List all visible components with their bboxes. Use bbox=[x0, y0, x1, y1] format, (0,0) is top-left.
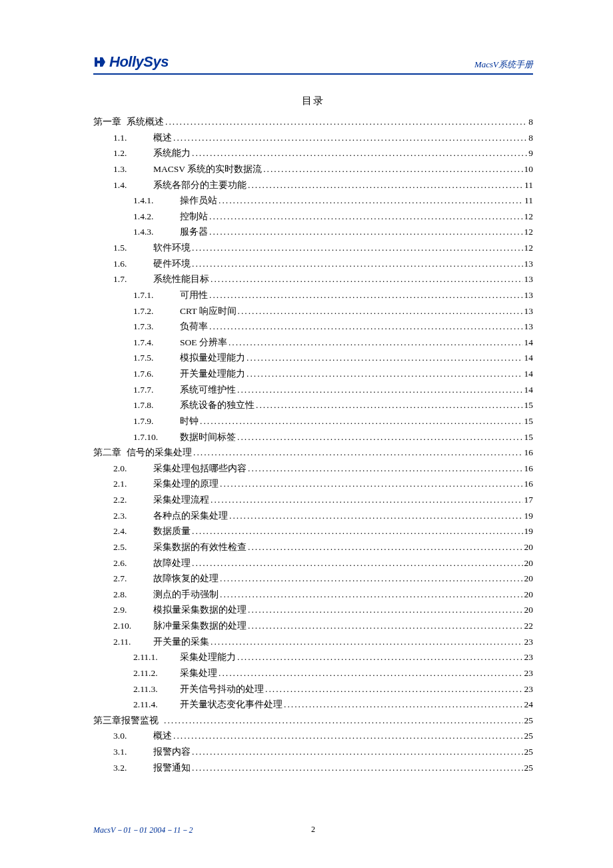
company-logo: HollySys bbox=[93, 53, 169, 71]
toc-entry[interactable]: 1.7.6.开关量处理能力14 bbox=[93, 366, 533, 382]
toc-text: 概述 bbox=[153, 728, 173, 744]
toc-text: 系统各部分的主要功能 bbox=[153, 177, 248, 193]
toc-page-number: 20 bbox=[523, 571, 534, 587]
toc-page-number: 12 bbox=[523, 224, 534, 240]
toc-text: 模拟量采集数据的处理 bbox=[153, 602, 248, 618]
toc-entry[interactable]: 2.11.3.开关信号抖动的处理23 bbox=[93, 681, 533, 697]
toc-entry[interactable]: 2.9.模拟量采集数据的处理20 bbox=[93, 602, 533, 618]
toc-text: 故障恢复的处理 bbox=[153, 571, 220, 587]
toc-text: 采集处理流程 bbox=[153, 492, 211, 508]
toc-entry[interactable]: 1.3.MACSV 系统的实时数据流10 bbox=[93, 161, 533, 177]
toc-entry[interactable]: 2.7.故障恢复的处理20 bbox=[93, 571, 533, 587]
toc-entry[interactable]: 3.0.概述25 bbox=[93, 728, 533, 744]
toc-number: 2.4. bbox=[93, 523, 153, 539]
toc-text: 开关量处理能力 bbox=[180, 366, 247, 382]
toc-entry[interactable]: 2.5.采集数据的有效性检查20 bbox=[93, 539, 533, 555]
toc-entry[interactable]: 3.1.报警内容25 bbox=[93, 744, 533, 760]
toc-number: 1.7.5. bbox=[93, 350, 180, 366]
toc-entry[interactable]: 第三章报警监视25 bbox=[93, 713, 533, 729]
toc-entry[interactable]: 1.1.概述8 bbox=[93, 130, 533, 146]
toc-entry[interactable]: 1.7.7.系统可维护性14 bbox=[93, 382, 533, 398]
toc-number: 1.4.2. bbox=[93, 209, 180, 225]
toc-entry[interactable]: 1.7.9.时钟15 bbox=[93, 413, 533, 429]
toc-page-number: 25 bbox=[523, 760, 534, 776]
toc-entry[interactable]: 1.7.3.负荷率13 bbox=[93, 319, 533, 335]
toc-text: 服务器 bbox=[180, 224, 209, 240]
toc-leader-dots bbox=[220, 476, 523, 492]
toc-entry[interactable]: 1.4.1.操作员站11 bbox=[93, 193, 533, 209]
toc-entry[interactable]: 2.11.1.采集处理能力23 bbox=[93, 649, 533, 665]
toc-entry[interactable]: 2.0.采集处理包括哪些内容16 bbox=[93, 461, 533, 477]
toc-leader-dots bbox=[211, 492, 523, 508]
toc-leader-dots bbox=[209, 224, 523, 240]
toc-leader-dots bbox=[256, 397, 523, 413]
toc-entry[interactable]: 2.6.故障处理20 bbox=[93, 555, 533, 571]
toc-page-number: 14 bbox=[523, 335, 534, 351]
toc-page-number: 8 bbox=[527, 130, 533, 146]
toc-leader-dots bbox=[247, 350, 523, 366]
toc-number: 1.2. bbox=[93, 145, 153, 161]
toc-text: SOE 分辨率 bbox=[180, 335, 229, 351]
toc-leader-dots bbox=[173, 130, 527, 146]
toc-page-number: 15 bbox=[523, 397, 534, 413]
toc-leader-dots bbox=[192, 555, 523, 571]
toc-entry[interactable]: 1.7.10.数据时间标签15 bbox=[93, 429, 533, 445]
toc-number: 第一章 bbox=[93, 114, 127, 130]
toc-entry[interactable]: 1.7.系统性能目标13 bbox=[93, 271, 533, 287]
toc-number: 1.7.8. bbox=[93, 397, 180, 413]
toc-entry[interactable]: 2.11.4.开关量状态变化事件处理24 bbox=[93, 697, 533, 713]
toc-number: 2.9. bbox=[93, 602, 153, 618]
toc-entry[interactable]: 1.4.2.控制站12 bbox=[93, 209, 533, 225]
toc-entry[interactable]: 2.11.开关量的采集23 bbox=[93, 634, 533, 650]
toc-page-number: 23 bbox=[523, 634, 534, 650]
toc-number: 2.11. bbox=[93, 634, 153, 650]
toc-entry[interactable]: 1.2.系统能力9 bbox=[93, 145, 533, 161]
toc-leader-dots bbox=[248, 539, 523, 555]
logo-icon bbox=[93, 56, 107, 68]
toc-number: 第二章 bbox=[93, 445, 127, 461]
toc-leader-dots bbox=[247, 366, 523, 382]
toc-leader-dots bbox=[193, 445, 523, 461]
toc-number: 1.7.7. bbox=[93, 382, 180, 398]
toc-entry[interactable]: 2.2.采集处理流程17 bbox=[93, 492, 533, 508]
toc-page-number: 13 bbox=[523, 319, 534, 335]
toc-entry[interactable]: 1.7.4.SOE 分辨率14 bbox=[93, 335, 533, 351]
toc-page-number: 9 bbox=[527, 145, 533, 161]
toc-entry[interactable]: 2.3.各种点的采集处理19 bbox=[93, 508, 533, 524]
toc-number: 1.7.1. bbox=[93, 287, 180, 303]
toc-number: 1.7.3. bbox=[93, 319, 180, 335]
toc-leader-dots bbox=[220, 571, 523, 587]
toc-number: 1.7.4. bbox=[93, 335, 180, 351]
toc-entry[interactable]: 2.11.2.采集处理23 bbox=[93, 665, 533, 681]
toc-entry[interactable]: 1.7.8.系统设备的独立性15 bbox=[93, 397, 533, 413]
toc-entry[interactable]: 1.7.5.模拟量处理能力14 bbox=[93, 350, 533, 366]
toc-leader-dots bbox=[284, 697, 523, 713]
toc-entry[interactable]: 1.4.3.服务器12 bbox=[93, 224, 533, 240]
toc-entry[interactable]: 第二章信号的采集处理16 bbox=[93, 445, 533, 461]
toc-leader-dots bbox=[263, 161, 522, 177]
toc-entry[interactable]: 2.4.数据质量19 bbox=[93, 523, 533, 539]
toc-entry[interactable]: 1.7.1.可用性13 bbox=[93, 287, 533, 303]
toc-leader-dots bbox=[192, 523, 523, 539]
toc-text: 信号的采集处理 bbox=[127, 445, 193, 461]
toc-entry[interactable]: 第一章系统概述8 bbox=[93, 114, 533, 130]
toc-entry[interactable]: 1.5.软件环境12 bbox=[93, 240, 533, 256]
logo-text: HollySys bbox=[109, 53, 169, 71]
toc-entry[interactable]: 3.2.报警通知25 bbox=[93, 760, 533, 776]
toc-entry[interactable]: 2.8.测点的手动强制20 bbox=[93, 587, 533, 603]
toc-page-number: 19 bbox=[523, 508, 534, 524]
toc-number: 1.4.1. bbox=[93, 193, 180, 209]
toc-leader-dots bbox=[209, 209, 523, 225]
toc-page-number: 22 bbox=[523, 618, 534, 634]
toc-page-number: 24 bbox=[523, 697, 534, 713]
toc-leader-dots bbox=[173, 728, 523, 744]
toc-text: 系统能力 bbox=[153, 145, 192, 161]
toc-page-number: 25 bbox=[523, 744, 534, 760]
toc-number: 2.2. bbox=[93, 492, 153, 508]
toc-entry[interactable]: 2.10.脉冲量采集数据的处理22 bbox=[93, 618, 533, 634]
toc-entry[interactable]: 2.1.采集处理的原理16 bbox=[93, 476, 533, 492]
toc-entry[interactable]: 1.6.硬件环境13 bbox=[93, 256, 533, 272]
toc-entry[interactable]: 1.7.2.CRT 响应时间13 bbox=[93, 303, 533, 319]
toc-leader-dots bbox=[165, 114, 527, 130]
toc-entry[interactable]: 1.4.系统各部分的主要功能11 bbox=[93, 177, 533, 193]
